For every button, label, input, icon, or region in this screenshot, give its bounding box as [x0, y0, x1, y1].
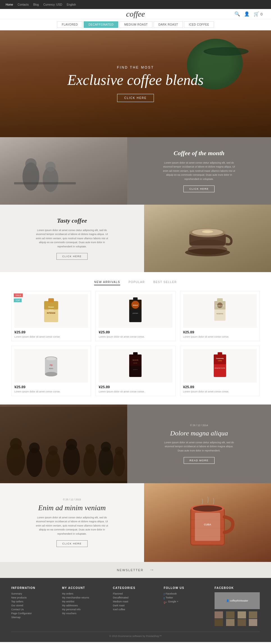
cat-flavored[interactable]: FLAVORED [57, 21, 83, 28]
footer-link[interactable]: Medium roast [113, 600, 158, 603]
nav-language[interactable]: English [67, 3, 76, 6]
product-image-6: Community Coffee BREAKFAST BLEND [183, 349, 257, 383]
nav-contacts[interactable]: Contacts [18, 3, 29, 6]
svg-rect-41 [133, 352, 138, 356]
hero-title: Exclusive coffee blends [67, 72, 204, 88]
svg-text:BLEND: BLEND [134, 362, 137, 364]
fb-thumb-6[interactable] [226, 619, 234, 626]
footer-link[interactable]: Iced coffee [113, 608, 158, 611]
tab-best-seller[interactable]: BEST SELLER [153, 281, 177, 285]
nav-currency[interactable]: Currency: USD [43, 3, 62, 6]
cart-icon[interactable]: 🛒 0 [254, 11, 263, 17]
blog-desc-1: Lorem ipsum dolor sit amet conse ctetur … [163, 440, 236, 453]
footer-link[interactable]: My personal info [62, 608, 107, 611]
coffee-bag-2: GOLD premium [127, 297, 144, 325]
footer-link[interactable]: Summary [11, 592, 56, 595]
product-card: Community Coffee BREAKFAST BLEND ¥25.89 … [180, 346, 260, 396]
product-price: ¥25.89 [99, 385, 172, 389]
products-section: NEW ARRIVALS POPULAR BEST SELLER SALE TO… [0, 272, 271, 405]
facebook-link[interactable]: Facebook [166, 592, 177, 595]
svg-text:INTENSE: INTENSE [47, 312, 56, 314]
product-card: SALE TOP Douwe Egberts INTENSE ¥25.89 Lo… [11, 291, 91, 341]
footer-link[interactable]: Page Configurator [11, 612, 56, 615]
tab-new-arrivals[interactable]: NEW ARRIVALS [94, 281, 120, 285]
coffee-month-text: Coffee of the month Lorem ipsum dolor si… [127, 137, 271, 205]
svg-rect-31 [45, 359, 57, 374]
footer-link[interactable]: Decaffeinated [113, 596, 158, 599]
product-card: STARBUCKS RESERVE ¥25.89 Lorem ipsum dol… [180, 291, 260, 341]
blog-text-1: © 26 / 12 / 2014 Dolore magna aliqua Lor… [127, 405, 271, 483]
footer-col-title-information: INFORMATION [11, 586, 56, 589]
svg-point-58 [85, 444, 94, 453]
footer-link[interactable]: My addresses [62, 604, 107, 607]
nav-blog[interactable]: Blog [33, 3, 39, 6]
googleplus-link[interactable]: Google + [168, 600, 178, 603]
twitter-link[interactable]: Twitter [166, 596, 173, 599]
cat-medium-roast[interactable]: MEDIUM ROAST [119, 21, 152, 28]
blog-button-1[interactable]: READ MORE [184, 457, 215, 464]
fb-thumb-7[interactable] [238, 619, 246, 626]
svg-rect-17 [48, 298, 54, 302]
footer-link[interactable]: Flavored [113, 592, 158, 595]
main-header: coffee 🔍 👤 🛒 0 [0, 9, 271, 19]
product-image-2: GOLD premium [99, 294, 172, 328]
fb-thumb-8[interactable] [249, 619, 257, 626]
footer-link[interactable]: My merchandise returns [62, 596, 107, 599]
blog-date-1: © 26 / 12 / 2014 [190, 424, 208, 427]
svg-point-71 [193, 505, 222, 512]
facebook-box: 👤 coffeythinkwater [215, 592, 260, 609]
footer-link[interactable]: My orders [62, 592, 107, 595]
coffee-month-button[interactable]: CLICK HERE [183, 186, 215, 192]
product-name: Lorem ipsum dolor sit amet conse conse. [14, 335, 88, 338]
fb-thumb-1[interactable] [215, 611, 223, 618]
product-name: Lorem ipsum dolor sit amet conse conse. [14, 390, 88, 393]
newsletter-arrow[interactable]: → [149, 567, 154, 573]
tab-popular[interactable]: POPULAR [129, 281, 145, 285]
product-price: ¥25.89 [99, 330, 172, 334]
svg-rect-29 [217, 298, 223, 302]
svg-text:SEASON: SEASON [133, 359, 138, 361]
product-image-3: STARBUCKS RESERVE [183, 294, 257, 328]
footer-link[interactable]: My wishlist [62, 600, 107, 603]
badge-top: TOP [14, 299, 22, 302]
tasty-coffee-section: Tasty coffee Lorem ipsum dolor sit amet … [0, 205, 271, 272]
facebook-icon: f [164, 593, 165, 596]
svg-point-52 [29, 442, 40, 453]
footer-link[interactable]: Our stored [11, 604, 56, 607]
search-icon[interactable]: 🔍 [234, 11, 240, 17]
tasty-coffee-button[interactable]: CLICK HERE [56, 253, 88, 260]
footer-link[interactable]: My vouchers [62, 612, 107, 615]
product-name: Lorem ipsum dolor sit amet conse conse. [99, 335, 172, 338]
fb-thumb-4[interactable] [249, 611, 257, 618]
cat-dark-roast[interactable]: DARK ROAST [154, 21, 183, 28]
coffee-bag-1: Douwe Egberts INTENSE [43, 297, 60, 325]
cat-decaffeinated[interactable]: DECAFFEINATED [84, 21, 118, 28]
svg-point-62 [115, 447, 123, 455]
footer-link[interactable]: Sitemap [11, 616, 56, 619]
svg-point-32 [45, 372, 57, 376]
hero-cta-button[interactable]: CLICK HERE [117, 94, 154, 102]
product-name: Lorem ipsum dolor sit amet conse conse. [183, 390, 257, 393]
product-card: GOLD premium ¥25.89 Lorem ipsum dolor si… [95, 291, 175, 341]
fb-thumb-5[interactable] [215, 619, 223, 626]
footer-link[interactable]: New products [11, 596, 56, 599]
footer-columns: INFORMATION Summary New products Top sel… [11, 586, 260, 626]
svg-point-3 [45, 162, 56, 172]
tasty-coffee-desc: Lorem ipsum dolor sit amet conse ctetur … [35, 228, 108, 248]
fb-thumb-3[interactable] [238, 611, 246, 618]
footer-link[interactable]: Dark roast [113, 604, 158, 607]
cat-iced-coffee[interactable]: ICED COFFEE [184, 21, 214, 28]
product-price: ¥25.89 [14, 330, 88, 334]
blog-title-2: Enim ad minim veniam [38, 504, 106, 512]
footer-link[interactable]: Top sellers [11, 600, 56, 603]
footer-col-title-categories: CATEGORIES [113, 586, 158, 589]
blog-button-2[interactable]: CLICK HERE [56, 540, 88, 547]
coffee-bag-6: Community Coffee BREAKFAST BLEND [211, 352, 228, 380]
nav-home[interactable]: Home [6, 3, 13, 6]
footer-link[interactable]: Contact Us [11, 608, 56, 611]
logo[interactable]: coffee [126, 10, 145, 19]
user-icon[interactable]: 👤 [244, 11, 250, 17]
svg-point-11 [185, 248, 230, 256]
footer-col-categories: CATEGORIES Flavored Decaffeinated Medium… [113, 586, 158, 626]
fb-thumb-2[interactable] [226, 611, 234, 618]
